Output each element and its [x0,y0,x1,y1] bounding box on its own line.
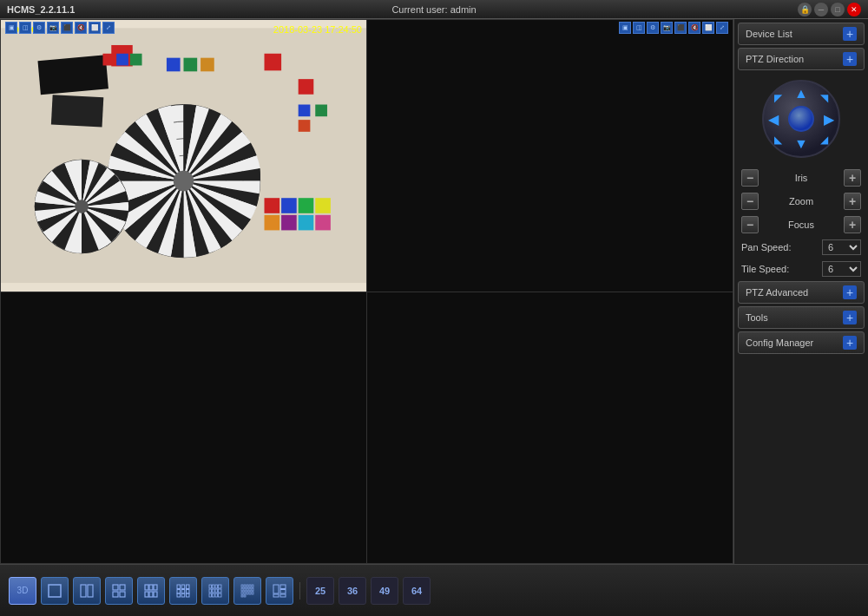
cell-icon-1[interactable]: ▣ [5,22,17,34]
view-3x3-icon [176,584,190,598]
cell-icon-r7[interactable]: ⬜ [702,22,714,34]
view-btn-49[interactable]: 49 [371,577,398,605]
ptz-down-arrow[interactable]: ▼ [794,136,808,152]
video-cell-2[interactable]: ▣ ◫ ⚙ 📷 ⬛ 🔇 ⬜ ⤢ [367,20,733,292]
ptz-direction-label: PTZ Direction [746,54,804,64]
close-button[interactable]: ✕ [847,3,861,16]
svg-rect-47 [149,592,153,597]
cell-icon-r5[interactable]: ⬛ [674,22,687,34]
video-cell-4[interactable] [367,292,733,564]
iris-minus-btn[interactable]: − [741,169,759,187]
maximize-button[interactable]: □ [831,3,845,16]
ptz-direction-btn[interactable]: PTZ Direction + [738,48,865,70]
view-btn-3x2[interactable] [137,577,165,605]
tile-speed-label: Tile Speed: [741,264,819,274]
ptz-up-arrow[interactable]: ▲ [794,86,808,102]
cell-icon-4[interactable]: 📷 [47,22,59,34]
view-btn-4x3[interactable] [201,577,229,605]
view-1x1-icon [48,584,62,598]
view-btn-25[interactable]: 25 [306,577,334,605]
ptz-left-arrow[interactable]: ◀ [768,111,779,128]
cell-toolbar-left-1: ▣ ◫ ⚙ 📷 ⬛ 🔇 ⬜ ⤢ [5,22,115,34]
cell-icon-r6[interactable]: 🔇 [688,22,700,34]
view-btn-2x2[interactable] [105,577,133,605]
svg-rect-8 [201,58,214,72]
svg-rect-86 [244,595,246,597]
ptz-advanced-btn[interactable]: PTZ Advanced + [738,281,865,304]
cell-icon-2[interactable]: ◫ [19,22,31,34]
svg-rect-55 [177,593,181,597]
svg-rect-46 [145,592,148,597]
tile-speed-select[interactable]: 6 1 2 3 4 5 7 8 [822,261,861,277]
current-user-area: Current user: admin [391,4,476,15]
pan-speed-select[interactable]: 6 1 2 3 4 5 7 8 [822,239,861,255]
ptz-joystick[interactable]: ▲ ▼ ◀ ▶ ◤ ◥ ◣ ◢ [762,80,840,158]
focus-minus-btn[interactable]: − [741,216,759,233]
view-btn-3d[interactable]: 3D [9,577,36,605]
svg-rect-80 [241,592,243,594]
cell-icon-r1[interactable]: ▣ [619,22,631,34]
cell-icon-r3[interactable]: ⚙ [647,22,659,34]
ptz-direction-plus-icon[interactable]: + [843,52,857,66]
svg-rect-9 [299,105,311,117]
iris-plus-btn[interactable]: + [844,169,861,187]
device-list-btn[interactable]: Device List + [738,23,865,45]
view-btn-25-label: 25 [315,586,326,596]
svg-rect-48 [154,592,157,597]
view-btn-1x1[interactable] [41,577,69,605]
svg-rect-84 [252,592,253,594]
zoom-plus-btn[interactable]: + [844,193,861,210]
cell-icon-5[interactable]: ⬛ [61,22,73,34]
tools-btn[interactable]: Tools + [738,306,865,329]
cell-icon-r2[interactable]: ◫ [633,22,645,34]
svg-rect-43 [145,585,148,590]
cell-icon-8[interactable]: ⤢ [102,22,115,34]
cell-icon-3[interactable]: ⚙ [33,22,45,34]
cell-toolbar-right-2: ▣ ◫ ⚙ 📷 ⬛ 🔇 ⬜ ⤢ [619,22,728,34]
view-btn-4x4b[interactable] [266,577,293,605]
svg-rect-65 [219,589,222,593]
view-btn-2x1[interactable] [73,577,101,605]
ptz-right-arrow[interactable]: ▶ [824,111,834,128]
svg-rect-66 [209,593,212,597]
minimize-button[interactable]: ─ [814,3,828,16]
svg-rect-75 [241,588,243,591]
video-cell-1[interactable]: ▣ ◫ ⚙ 📷 ⬛ 🔇 ⬜ ⤢ HD-IPC 2018-03-23 17:24:… [1,20,367,292]
svg-rect-91 [280,594,286,597]
focus-plus-btn[interactable]: + [844,216,861,233]
ptz-downright-arrow[interactable]: ◢ [820,134,828,146]
svg-rect-74 [252,585,253,587]
view-btn-64[interactable]: 64 [403,577,431,605]
main-layout: ▣ ◫ ⚙ 📷 ⬛ 🔇 ⬜ ⤢ HD-IPC 2018-03-23 17:24:… [0,19,868,564]
view-btn-3x3[interactable] [169,577,197,605]
config-manager-plus-icon[interactable]: + [843,336,857,350]
svg-point-24 [75,200,89,213]
cell-icon-r4[interactable]: 📷 [661,22,673,34]
cell-icon-r8[interactable]: ⤢ [716,22,728,34]
focus-control-row: − Focus + [738,214,865,235]
ptz-downleft-arrow[interactable]: ◣ [774,134,782,146]
svg-rect-59 [213,585,215,588]
cell-icon-6[interactable]: 🔇 [75,22,87,34]
view-btn-36[interactable]: 36 [339,577,366,605]
svg-rect-10 [315,105,327,117]
video-cell-3[interactable] [1,292,367,564]
lock-button[interactable]: 🔒 [798,3,812,16]
ptz-advanced-plus-icon[interactable]: + [843,285,857,299]
svg-rect-68 [215,593,218,597]
focus-label: Focus [762,220,840,230]
video-area: ▣ ◫ ⚙ 📷 ⬛ 🔇 ⬜ ⤢ HD-IPC 2018-03-23 17:24:… [0,19,733,564]
ptz-upright-arrow[interactable]: ◥ [820,92,828,104]
cell-icon-7[interactable]: ⬜ [89,22,101,34]
ptz-upleft-arrow[interactable]: ◤ [774,92,782,104]
zoom-minus-btn[interactable]: − [741,193,759,210]
ptz-joystick-center[interactable] [788,106,814,132]
tools-plus-icon[interactable]: + [843,311,857,324]
device-list-plus-icon[interactable]: + [843,27,857,41]
ptz-joystick-container: ▲ ▼ ◀ ▶ ◤ ◥ ◣ ◢ [738,73,865,165]
config-manager-btn[interactable]: Config Manager + [738,331,865,354]
svg-rect-89 [280,589,286,593]
view-btn-4x4a[interactable] [233,577,261,605]
svg-rect-53 [181,589,185,593]
view-4x3-icon [208,584,222,598]
